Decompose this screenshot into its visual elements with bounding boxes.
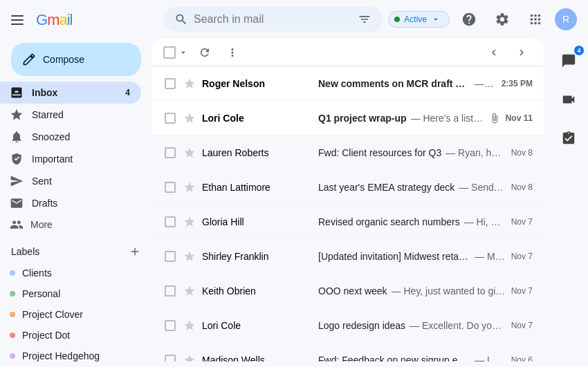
refresh-button[interactable] bbox=[194, 41, 216, 64]
email-subject-preview: New comments on MCR draft presentation —… bbox=[318, 78, 496, 89]
email-row[interactable]: Gloria Hill Revised organic search numbe… bbox=[152, 205, 544, 239]
email-date: Nov 7 bbox=[511, 217, 533, 227]
active-status-badge[interactable]: Active bbox=[388, 11, 450, 28]
email-checkbox[interactable] bbox=[163, 180, 177, 194]
email-checkbox[interactable] bbox=[163, 353, 177, 362]
email-date: Nov 7 bbox=[511, 252, 533, 261]
user-avatar[interactable]: R bbox=[555, 8, 577, 30]
support-button[interactable] bbox=[455, 6, 483, 33]
nav-list: Inbox 4 Starred Snoozed Important Sent bbox=[0, 82, 152, 235]
label-item-personal[interactable]: Personal bbox=[0, 283, 141, 304]
email-subject-preview: OOO next week — Hey, just wanted to give… bbox=[318, 285, 506, 297]
search-input[interactable] bbox=[194, 13, 352, 26]
email-subject: Fwd: Feedback on new signup experience bbox=[318, 355, 470, 362]
email-star[interactable] bbox=[183, 77, 196, 91]
sidebar-item-drafts[interactable]: Drafts bbox=[0, 192, 141, 214]
email-date: Nov 7 bbox=[511, 286, 533, 296]
labels-header[interactable]: Labels bbox=[0, 241, 152, 263]
email-preview: — Hey, just wanted to give you a heads u… bbox=[392, 285, 506, 297]
email-subject: OOO next week bbox=[318, 285, 387, 297]
sidebar-item-inbox[interactable]: Inbox 4 bbox=[0, 82, 141, 104]
email-star[interactable] bbox=[183, 353, 196, 362]
email-date: Nov 8 bbox=[511, 148, 533, 158]
email-row[interactable]: Ethan Lattimore Last year's EMEA strateg… bbox=[152, 170, 544, 205]
active-dot bbox=[394, 17, 400, 22]
email-subject-preview: Last year's EMEA strategy deck — Sending… bbox=[318, 182, 506, 193]
email-preview: — Roger Nelson said what abou... bbox=[475, 78, 496, 89]
email-preview: — Ryan, here's the doc with all the clie… bbox=[445, 147, 505, 158]
more-options-button[interactable] bbox=[221, 41, 244, 64]
email-checkbox[interactable] bbox=[163, 146, 177, 160]
email-checkbox[interactable] bbox=[163, 319, 177, 332]
compose-button[interactable]: Compose bbox=[11, 43, 141, 76]
email-star[interactable] bbox=[183, 284, 196, 298]
sidebar-item-starred[interactable]: Starred bbox=[0, 104, 141, 126]
sidebar: Gmail Compose Inbox 4 Starred Snoozed bbox=[0, 0, 152, 367]
email-date: Nov 7 bbox=[511, 321, 533, 330]
tasks-tab-button[interactable] bbox=[552, 122, 585, 155]
email-subject: Fwd: Client resources for Q3 bbox=[318, 147, 441, 158]
email-row[interactable]: Lori Cole Logo redesign ideas — Excellen… bbox=[152, 308, 544, 343]
email-meta: Nov 6 bbox=[511, 355, 533, 362]
next-page-button[interactable] bbox=[511, 41, 533, 64]
settings-button[interactable] bbox=[488, 6, 516, 33]
nav-more-button[interactable]: More bbox=[0, 214, 141, 235]
email-star[interactable] bbox=[183, 250, 196, 263]
email-date: Nov 6 bbox=[511, 355, 533, 362]
email-checkbox[interactable] bbox=[163, 77, 177, 91]
menu-icon[interactable] bbox=[11, 12, 28, 28]
email-star[interactable] bbox=[183, 111, 196, 125]
email-row[interactable]: Lauren Roberts Fwd: Client resources for… bbox=[152, 135, 544, 170]
email-subject-preview: Fwd: Feedback on new signup experience —… bbox=[318, 355, 506, 362]
label-item-clients[interactable]: Clients bbox=[0, 263, 141, 283]
sidebar-item-snoozed[interactable]: Snoozed bbox=[0, 126, 141, 148]
email-date: Nov 11 bbox=[506, 113, 533, 123]
email-star[interactable] bbox=[183, 146, 196, 160]
email-subject-preview: Q1 project wrap-up — Here's a list of al… bbox=[318, 113, 484, 124]
email-row[interactable]: Madison Wells Fwd: Feedback on new signu… bbox=[152, 343, 544, 361]
label-item-project-hedgehog[interactable]: Project Hedgehog bbox=[0, 346, 141, 366]
email-row[interactable]: Shirley Franklin [Updated invitation] Mi… bbox=[152, 239, 544, 274]
email-meta: 2:35 PM bbox=[502, 79, 533, 88]
chat-tab-button[interactable] bbox=[552, 44, 585, 77]
inbox-icon bbox=[10, 86, 24, 100]
email-checkbox[interactable] bbox=[163, 284, 177, 298]
email-list: Roger Nelson New comments on MCR draft p… bbox=[152, 39, 544, 361]
email-meta: Nov 11 bbox=[489, 113, 533, 124]
email-star[interactable] bbox=[183, 215, 196, 229]
attachment-icon bbox=[489, 113, 500, 124]
sidebar-item-important[interactable]: Important bbox=[0, 148, 141, 170]
email-subject-preview: Logo redesign ideas — Excellent. Do you … bbox=[318, 320, 506, 331]
email-row[interactable]: Lori Cole Q1 project wrap-up — Here's a … bbox=[152, 101, 544, 135]
email-preview: — Excellent. Do you have time to meet wi… bbox=[410, 320, 506, 331]
meet-tab-button[interactable] bbox=[552, 83, 585, 116]
label-item-project-dot[interactable]: Project Dot bbox=[0, 325, 141, 346]
email-checkbox[interactable] bbox=[163, 111, 177, 125]
top-icons: Active R bbox=[388, 6, 577, 33]
label-item-project-clover[interactable]: Project Clover bbox=[0, 304, 141, 325]
email-star[interactable] bbox=[183, 319, 196, 332]
email-checkbox[interactable] bbox=[163, 250, 177, 263]
email-row[interactable]: Keith Obrien OOO next week — Hey, just w… bbox=[152, 274, 544, 308]
add-label-icon bbox=[129, 245, 141, 258]
sent-icon bbox=[10, 174, 24, 188]
email-subject-preview: Fwd: Client resources for Q3 — Ryan, her… bbox=[318, 147, 506, 158]
select-checkbox-group bbox=[163, 46, 188, 59]
email-meta: Nov 7 bbox=[511, 286, 533, 296]
email-preview: — Here's a list of all the top challenge… bbox=[411, 113, 484, 124]
search-options-icon[interactable] bbox=[358, 12, 371, 26]
email-sender: Shirley Franklin bbox=[202, 251, 313, 262]
important-icon bbox=[10, 152, 24, 166]
apps-button[interactable] bbox=[522, 6, 549, 33]
prev-page-button[interactable] bbox=[483, 41, 505, 64]
select-dropdown-icon[interactable] bbox=[178, 48, 188, 57]
email-row[interactable]: Roger Nelson New comments on MCR draft p… bbox=[152, 66, 544, 101]
email-subject-preview: Revised organic search numbers — Hi, all… bbox=[318, 216, 506, 227]
email-star[interactable] bbox=[183, 180, 196, 194]
select-all-checkbox[interactable] bbox=[163, 46, 176, 59]
sidebar-item-sent[interactable]: Sent bbox=[0, 170, 141, 192]
email-sender: Keith Obrien bbox=[202, 285, 313, 297]
email-preview: — Midwest retail sales che... bbox=[475, 251, 506, 262]
right-panel: Active R bbox=[152, 0, 588, 367]
email-checkbox[interactable] bbox=[163, 215, 177, 229]
